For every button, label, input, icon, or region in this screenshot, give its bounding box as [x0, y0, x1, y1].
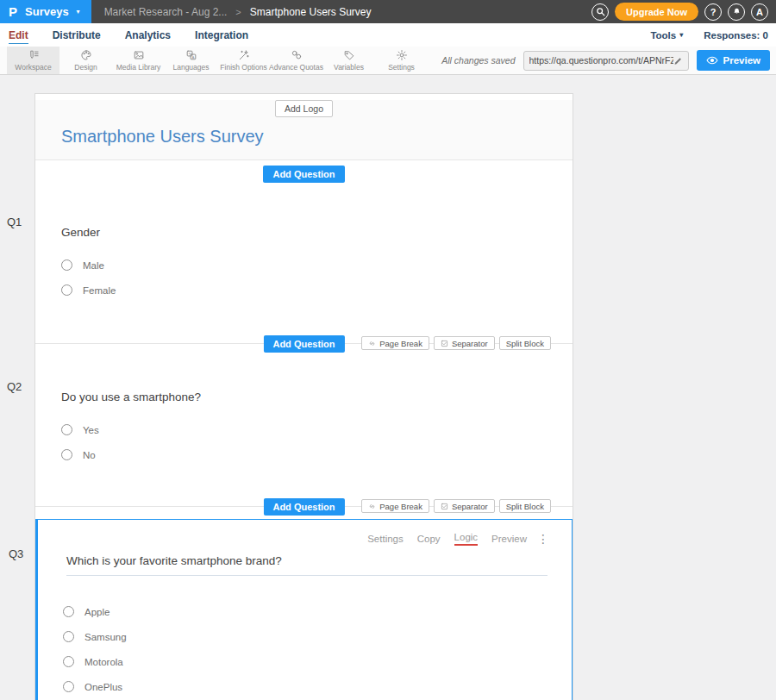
- option-label[interactable]: Samsung: [84, 632, 127, 642]
- tab-integration[interactable]: Integration: [183, 29, 260, 41]
- pencil-icon: [673, 56, 683, 66]
- toolbar-item-label: Media Library: [116, 63, 161, 72]
- preview-button[interactable]: Preview: [697, 50, 770, 71]
- option-label[interactable]: Motorola: [84, 657, 123, 667]
- toolbar-item-advance-quotas[interactable]: Advance Quotas: [270, 47, 322, 74]
- option-row: Apple: [63, 599, 572, 624]
- option-label[interactable]: Male: [83, 260, 104, 271]
- finish-options-icon: [238, 49, 250, 61]
- option-label[interactable]: Female: [83, 285, 116, 296]
- tools-label: Tools: [650, 30, 676, 41]
- radio-button[interactable]: [61, 259, 72, 271]
- option-label[interactable]: No: [83, 450, 96, 460]
- question-copy-link[interactable]: Copy: [417, 534, 441, 544]
- toolbar-item-label: Variables: [334, 63, 364, 72]
- radio-button[interactable]: [61, 449, 72, 460]
- separator-button[interactable]: Separator: [434, 336, 495, 350]
- page-break-button[interactable]: Page Break: [361, 499, 429, 513]
- option-row: Female: [61, 278, 547, 303]
- radio-button[interactable]: [63, 681, 74, 692]
- account-avatar[interactable]: A: [751, 3, 768, 21]
- question-text-field: Which is your favorite smartphone brand?: [66, 554, 548, 576]
- tools-dropdown[interactable]: Tools ▾: [650, 30, 683, 41]
- page-break-icon: [368, 503, 376, 510]
- add-question-button[interactable]: Add Question: [263, 498, 344, 516]
- section-divider: Add Question Page Break Separator Split …: [35, 335, 573, 351]
- toolbar-item-label: Languages: [172, 63, 209, 72]
- separator-button[interactable]: Separator: [434, 499, 495, 513]
- page-break-button[interactable]: Page Break: [361, 336, 429, 350]
- tab-edit-label: Edit: [9, 29, 28, 44]
- question-number-q1: Q1: [7, 216, 22, 228]
- separator-label: Separator: [452, 502, 488, 511]
- radio-button[interactable]: [61, 424, 72, 435]
- block-tools: Page Break Separator Split Block: [361, 499, 551, 513]
- question-text[interactable]: Gender: [61, 226, 547, 239]
- question-block-q1[interactable]: Gender Male Female: [35, 226, 573, 335]
- upgrade-now-button[interactable]: Upgrade Now: [615, 3, 698, 21]
- split-block-button[interactable]: Split Block: [499, 499, 551, 513]
- languages-icon: xA: [185, 49, 197, 61]
- option-label[interactable]: Apple: [84, 607, 110, 617]
- breadcrumb-survey[interactable]: Smartphone Users Survey: [250, 6, 372, 18]
- radio-button[interactable]: [63, 606, 74, 617]
- surveys-menu[interactable]: P Surveys ▾: [0, 0, 91, 23]
- survey-header: Add Logo Smartphone Users Survey: [35, 100, 573, 160]
- toolbar-item-design[interactable]: Design: [59, 47, 112, 74]
- question-preview-link[interactable]: Preview: [491, 534, 527, 544]
- radio-button[interactable]: [61, 284, 72, 296]
- tab-integration-label: Integration: [195, 29, 248, 41]
- eye-icon: [706, 56, 718, 65]
- option-row: Samsung: [63, 624, 572, 649]
- radio-button[interactable]: [63, 631, 74, 642]
- toolbar-item-label: Advance Quotas: [269, 63, 323, 72]
- editor-toolbar: Workspace Design Media Library xA Langua…: [0, 47, 776, 75]
- option-label[interactable]: OnePlus: [84, 682, 122, 692]
- options-list: Male Female: [61, 253, 547, 303]
- breadcrumb-folder[interactable]: Market Research - Aug 2...: [104, 6, 228, 18]
- page-break-label: Page Break: [379, 339, 422, 348]
- question-logic-link[interactable]: Logic: [454, 532, 479, 546]
- tab-edit[interactable]: Edit: [0, 29, 41, 41]
- split-block-button[interactable]: Split Block: [499, 336, 551, 350]
- survey-url-input[interactable]: [529, 55, 673, 66]
- svg-text:A: A: [191, 55, 194, 59]
- edit-url-button[interactable]: [673, 56, 683, 66]
- notifications-button[interactable]: [728, 3, 745, 21]
- responses-count[interactable]: Responses: 0: [704, 30, 768, 41]
- survey-canvas: Add Logo Smartphone Users Survey Add Que…: [34, 93, 573, 700]
- question-block-q2[interactable]: Do you use a smartphone? Yes No: [35, 391, 573, 498]
- toolbar-item-variables[interactable]: Variables: [322, 47, 375, 74]
- page-break-icon: [368, 340, 376, 347]
- search-button[interactable]: [591, 3, 609, 21]
- tab-distribute[interactable]: Distribute: [41, 29, 113, 41]
- option-row: Motorola: [63, 649, 572, 674]
- question-text[interactable]: Do you use a smartphone?: [61, 391, 547, 403]
- question-text[interactable]: Which is your favorite smartphone brand?: [66, 554, 548, 567]
- question-number-q3: Q3: [9, 547, 23, 560]
- question-block-q3-selected[interactable]: Settings Copy Logic Preview ⋮ Which is y…: [35, 519, 573, 700]
- subnav-right: Tools ▾ Responses: 0: [650, 30, 776, 41]
- kebab-menu-icon[interactable]: ⋮: [537, 532, 549, 546]
- toolbar-item-finish-options[interactable]: Finish Options: [217, 47, 270, 74]
- options-list: Apple Samsung Motorola OnePlus: [38, 599, 572, 699]
- add-question-row-1: Add Question: [35, 160, 573, 188]
- tab-analytics[interactable]: Analytics: [113, 29, 183, 41]
- question-actions: Settings Copy Logic Preview ⋮: [38, 520, 572, 546]
- question-settings-link[interactable]: Settings: [367, 534, 404, 544]
- toolbar-item-media-library[interactable]: Media Library: [112, 47, 165, 74]
- toolbar-item-settings[interactable]: Settings: [375, 47, 428, 74]
- add-question-button[interactable]: Add Question: [263, 166, 344, 183]
- survey-title[interactable]: Smartphone Users Survey: [61, 127, 573, 147]
- radio-button[interactable]: [63, 656, 74, 667]
- toolbar-item-label: Workspace: [15, 63, 51, 72]
- option-label[interactable]: Yes: [83, 425, 99, 435]
- avatar-initial: A: [756, 7, 763, 17]
- help-button[interactable]: ?: [704, 3, 722, 21]
- toolbar-item-workspace[interactable]: Workspace: [7, 47, 59, 74]
- add-question-button[interactable]: Add Question: [263, 335, 344, 353]
- page-break-label: Page Break: [379, 502, 422, 511]
- separator-icon: [441, 340, 448, 347]
- add-logo-button[interactable]: Add Logo: [275, 100, 333, 117]
- toolbar-item-languages[interactable]: xA Languages: [165, 47, 217, 74]
